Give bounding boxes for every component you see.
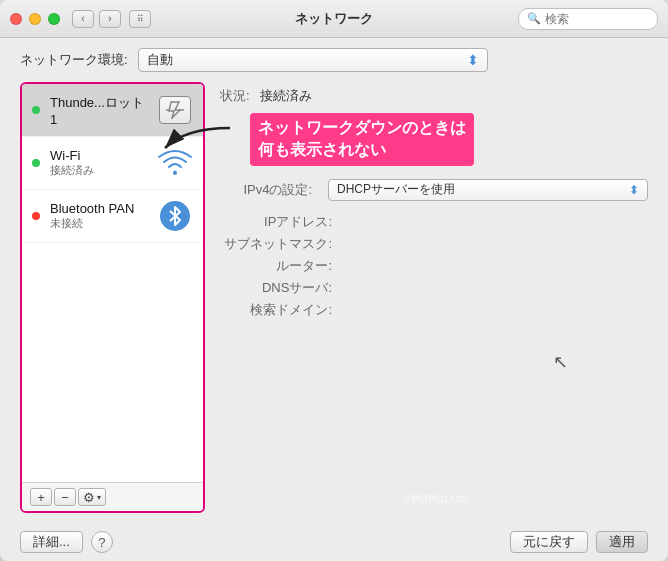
status-label: 状況:: [220, 87, 250, 105]
main-content: ネットワーク環境: 自動 ⬍ Thunde...ロット1: [0, 38, 668, 561]
add-icon: +: [37, 490, 45, 505]
detail-label-search: 検索ドメイン:: [220, 301, 340, 319]
status-value: 接続済み: [260, 87, 312, 105]
minimize-button[interactable]: [29, 13, 41, 25]
config-row: IPv4の設定: DHCPサーバーを使用 ⬍: [220, 179, 648, 201]
sidebar-item-bluetooth[interactable]: Bluetooth PAN 未接続: [22, 190, 203, 243]
sidebar-item-wifi-info: Wi-Fi 接続済み: [50, 148, 147, 178]
bluetooth-icon: [157, 198, 193, 234]
status-row: 状況: 接続済み: [220, 87, 648, 105]
arrow-icon: [155, 118, 235, 178]
annotation-area: ネットワークダウンのときは 何も表示されない: [250, 113, 648, 166]
config-label: IPv4の設定:: [220, 181, 320, 199]
detail-row-ip: IPアドレス:: [220, 213, 648, 231]
gear-icon: ⚙: [83, 490, 95, 505]
body-layout: Thunde...ロット1: [0, 82, 668, 523]
cursor-indicator: ↖: [220, 351, 568, 373]
env-value: 自動: [147, 51, 173, 69]
detail-row-search: 検索ドメイン:: [220, 301, 648, 319]
back-button[interactable]: ‹: [72, 10, 94, 28]
detail-label-subnet: サブネットマスク:: [220, 235, 340, 253]
config-arrow-icon: ⬍: [629, 183, 639, 197]
detail-rows: IPアドレス: サブネットマスク: ルーター: DNSサーバ:: [220, 209, 648, 323]
detail-label-router: ルーター:: [220, 257, 340, 275]
status-dot-wifi: [32, 159, 40, 167]
add-button[interactable]: +: [30, 488, 52, 506]
search-input[interactable]: [545, 12, 649, 26]
titlebar: ‹ › ⠿ ネットワーク 🔍: [0, 0, 668, 38]
detail-label-ip: IPアドレス:: [220, 213, 340, 231]
right-panel: 状況: 接続済み ネットワークダウンのと: [220, 82, 648, 513]
env-bar: ネットワーク環境: 自動 ⬍: [0, 38, 668, 82]
env-select[interactable]: 自動 ⬍: [138, 48, 488, 72]
sidebar-item-bluetooth-status: 未接続: [50, 216, 147, 231]
search-icon: 🔍: [527, 12, 541, 25]
config-value: DHCPサーバーを使用: [337, 181, 455, 198]
svg-marker-0: [169, 102, 180, 118]
detail-row-dns: DNSサーバ:: [220, 279, 648, 297]
config-select[interactable]: DHCPサーバーを使用 ⬍: [328, 179, 648, 201]
status-dot-thunderbolt: [32, 106, 40, 114]
grid-button[interactable]: ⠿: [129, 10, 151, 28]
sidebar-item-bluetooth-name: Bluetooth PAN: [50, 201, 147, 216]
detail-row-subnet: サブネットマスク:: [220, 235, 648, 253]
sidebar-item-thunderbolt-name: Thunde...ロット1: [50, 94, 147, 127]
remove-button[interactable]: −: [54, 488, 76, 506]
window-title: ネットワーク: [295, 10, 373, 28]
watermark: ©POPOLOG: [404, 493, 468, 505]
maximize-button[interactable]: [48, 13, 60, 25]
help-button[interactable]: ?: [91, 531, 113, 553]
sidebar-item-wifi-status: 接続済み: [50, 163, 147, 178]
sidebar-item-wifi-name: Wi-Fi: [50, 148, 147, 163]
watermark-area: ©POPOLOG: [404, 491, 548, 506]
search-box[interactable]: 🔍: [518, 8, 658, 30]
traffic-lights: [10, 13, 60, 25]
detail-button[interactable]: 詳細...: [20, 531, 83, 553]
detail-row-router: ルーター:: [220, 257, 648, 275]
bottom-area: ©POPOLOG 詳細... ? 元に戻す 適用: [0, 523, 668, 561]
nav-buttons: ‹ ›: [72, 10, 121, 28]
remove-icon: −: [61, 490, 69, 505]
gear-button[interactable]: ⚙ ▾: [78, 488, 106, 506]
sidebar-item-thunderbolt-info: Thunde...ロット1: [50, 94, 147, 127]
gear-dropdown-icon: ▾: [97, 493, 101, 502]
annotation-text: ネットワークダウンのときは 何も表示されない: [250, 113, 474, 166]
revert-button[interactable]: 元に戻す: [510, 531, 588, 553]
detail-label-dns: DNSサーバ:: [220, 279, 340, 297]
window: ‹ › ⠿ ネットワーク 🔍 ネットワーク環境: 自動 ⬍: [0, 0, 668, 561]
status-dot-bluetooth: [32, 212, 40, 220]
close-button[interactable]: [10, 13, 22, 25]
sidebar-toolbar: + − ⚙ ▾: [22, 482, 203, 511]
env-label: ネットワーク環境:: [20, 51, 128, 69]
sidebar-item-bluetooth-info: Bluetooth PAN 未接続: [50, 201, 147, 231]
env-arrow-icon: ⬍: [467, 52, 479, 68]
apply-button[interactable]: 適用: [596, 531, 648, 553]
forward-button[interactable]: ›: [99, 10, 121, 28]
